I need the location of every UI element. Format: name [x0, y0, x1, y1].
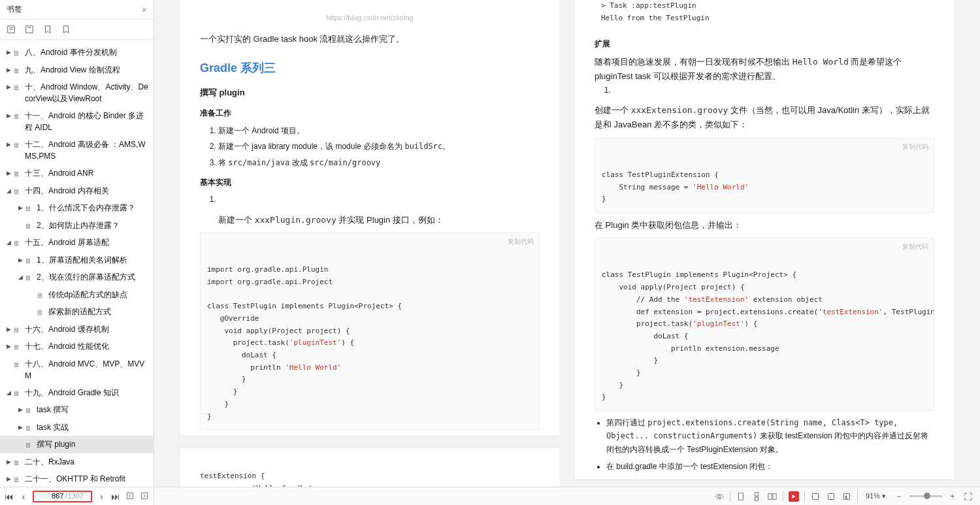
bookmark-icon[interactable]: [43, 25, 52, 34]
copy-code-button[interactable]: 复制代码: [508, 236, 534, 247]
doc-icon: 🗎: [25, 438, 34, 451]
continuous-icon[interactable]: [751, 491, 762, 502]
tree-caret-icon[interactable]: ▶: [18, 404, 25, 415]
svg-point-4: [718, 495, 721, 498]
list-item: 在 build.gradle 中添加一个 testExtension 闭包：: [606, 460, 934, 473]
tree-caret-icon[interactable]: ▶: [18, 202, 25, 213]
tree-caret-icon[interactable]: ▶: [18, 254, 25, 265]
tree-caret-icon[interactable]: ▶: [7, 138, 13, 150]
tree-caret-icon[interactable]: ▶: [7, 46, 13, 57]
bookmark-item[interactable]: ▶🗎task 撰写: [0, 401, 154, 419]
tree-caret-icon[interactable]: ◢: [7, 185, 13, 196]
first-page-button[interactable]: ⏮: [4, 491, 14, 502]
fit-width-icon[interactable]: [810, 491, 821, 502]
bookmark-label: 八、Android 事件分发机制: [25, 46, 151, 58]
zoom-in-button[interactable]: +: [947, 491, 958, 502]
bookmark-label: 二十一、OKHTTP 和 Retrofit: [25, 473, 151, 485]
tree-caret-icon[interactable]: ▶: [7, 167, 13, 178]
bookmark-item[interactable]: ▶🗎1、什么情况下会内存泄露？: [0, 199, 154, 217]
bookmark-item[interactable]: 🗎2、如何防止内存泄露？: [0, 217, 154, 235]
copy-code-button[interactable]: 复制代码: [902, 141, 928, 152]
facing-icon[interactable]: [767, 491, 777, 502]
last-page-button[interactable]: ⏭: [110, 491, 121, 502]
bookmark-label: 1、屏幕适配相关名词解析: [37, 254, 151, 266]
tree-caret-icon[interactable]: ▶: [7, 473, 13, 484]
bookmarks-sidebar: 书签 × ▶🗎八、Android 事件分发机制▶🗎九、Android View …: [0, 0, 154, 505]
tree-caret-icon[interactable]: ▶: [18, 421, 25, 432]
ext-step: 创建一个 xxxExtension.groovy 文件（当然，也可以用 Java…: [595, 103, 934, 132]
bookmark-item[interactable]: ▶🗎十一、Android 的核心 Binder 多进程 AIDL: [0, 107, 154, 136]
prev-page-button[interactable]: ‹: [18, 491, 29, 502]
bookmark-item[interactable]: ◢🗎十九、Android Gradle 知识: [0, 384, 154, 402]
code-block: 复制代码 class TestPluginExtension { String …: [595, 138, 934, 213]
close-icon[interactable]: ×: [142, 5, 147, 15]
tree-caret-icon[interactable]: [30, 306, 37, 308]
tree-caret-icon[interactable]: ▶: [7, 340, 13, 351]
tree-caret-icon[interactable]: [7, 358, 13, 360]
svg-rect-5: [738, 493, 743, 500]
bookmarks-tree[interactable]: ▶🗎八、Android 事件分发机制▶🗎九、Android View 绘制流程▶…: [0, 40, 154, 487]
tree-caret-icon[interactable]: ▶: [7, 110, 13, 121]
svg-rect-8: [768, 493, 772, 499]
bookmark-label: 十八、Android MVC、MVP、MVVM: [25, 358, 151, 382]
fit-page-icon[interactable]: [826, 491, 836, 502]
tree-caret-icon[interactable]: ▶: [7, 323, 13, 334]
intro-text: 一个实打实的 Gradle task hook 流程就这么操作完了。: [200, 32, 540, 46]
page-fwd-icon[interactable]: [139, 491, 150, 502]
collapse-icon[interactable]: [25, 25, 34, 34]
bookmark-item[interactable]: ◢🗎十五、Android 屏幕适配: [0, 234, 154, 252]
bookmark-item[interactable]: 🗎探索新的适配方式: [0, 303, 154, 321]
bookmark-label: 十、Android Window、Activity、DecorView以及Vie…: [25, 81, 151, 105]
eye-icon[interactable]: [714, 491, 725, 502]
bookmark-item[interactable]: ◢🗎2、现在流行的屏幕适配方式: [0, 269, 154, 286]
tree-caret-icon[interactable]: [18, 220, 25, 221]
copy-code-button[interactable]: 复制代码: [902, 241, 928, 252]
bookmark-item[interactable]: ▶🗎task 实战: [0, 419, 154, 436]
ext-para2: 在 Plugin 类中获取闭包信息，并输出：: [595, 218, 934, 233]
tree-caret-icon[interactable]: [18, 438, 25, 440]
bookmark-item[interactable]: ▶🗎八、Android 事件分发机制: [0, 44, 154, 61]
bookmark-item[interactable]: ▶🗎十六、Android 缓存机制: [0, 321, 154, 338]
actual-size-icon[interactable]: 1: [841, 491, 852, 502]
sidebar-title: 书签: [7, 4, 22, 15]
bookmark-item[interactable]: ▶🗎1、屏幕适配相关名词解析: [0, 252, 154, 269]
bookmark-item[interactable]: ▶🗎十、Android Window、Activity、DecorView以及V…: [0, 78, 154, 107]
tree-caret-icon[interactable]: ◢: [7, 236, 13, 248]
tree-caret-icon[interactable]: ▶: [7, 64, 13, 75]
tree-caret-icon[interactable]: ◢: [18, 271, 25, 282]
heading-prep: 准备工作: [200, 106, 540, 120]
fullscreen-icon[interactable]: [963, 491, 973, 502]
next-page-button[interactable]: ›: [96, 491, 106, 502]
tree-caret-icon[interactable]: [30, 289, 37, 291]
tree-caret-icon[interactable]: ▶: [7, 81, 13, 92]
bookmark-item[interactable]: ▶🗎十七、Android 性能优化: [0, 338, 154, 355]
bookmark-label: 九、Android View 绘制流程: [25, 64, 151, 76]
bookmark-item[interactable]: ▶🗎二十一、OKHTTP 和 Retrofit: [0, 470, 154, 487]
page-input[interactable]: [41, 492, 63, 500]
bookmark-item[interactable]: ◢🗎十四、Android 内存相关: [0, 182, 154, 200]
list-item: [613, 84, 934, 97]
zoom-level[interactable]: 91% ▾: [866, 492, 886, 500]
bookmark-item[interactable]: ▶🗎十三、Android ANR: [0, 165, 154, 182]
doc-icon: 🗎: [13, 167, 22, 180]
bookmark-item[interactable]: ▶🗎十二、Android 高级必备 ：AMS,WMS,PMS: [0, 136, 154, 165]
doc-icon: 🗎: [13, 387, 22, 399]
read-mode-button[interactable]: [789, 491, 799, 502]
bookmark-item[interactable]: ▶🗎九、Android View 绘制流程: [0, 61, 154, 79]
bookmark-label: 十一、Android 的核心 Binder 多进程 AIDL: [25, 110, 151, 133]
bookmark-item[interactable]: 🗎十八、Android MVC、MVP、MVVM: [0, 355, 154, 384]
zoom-slider[interactable]: [909, 495, 942, 497]
tree-caret-icon[interactable]: ▶: [7, 456, 13, 467]
bookmark-item[interactable]: ▶🗎二十、RxJava: [0, 453, 154, 471]
tree-caret-icon[interactable]: ◢: [7, 387, 13, 398]
bookmark-item[interactable]: 🗎传统dp适配方式的缺点: [0, 286, 154, 304]
bookmark-label: task 撰写: [37, 404, 151, 415]
bookmark-add-icon[interactable]: [61, 25, 71, 34]
zoom-out-button[interactable]: −: [894, 491, 904, 502]
bookmark-item[interactable]: 🗎撰写 plugin: [0, 436, 154, 453]
bookmark-label: 探索新的适配方式: [48, 306, 151, 318]
page-back-icon[interactable]: [125, 491, 135, 502]
doc-icon: 🗎: [25, 202, 34, 214]
expand-icon[interactable]: [7, 25, 16, 34]
single-page-icon[interactable]: [736, 491, 746, 502]
